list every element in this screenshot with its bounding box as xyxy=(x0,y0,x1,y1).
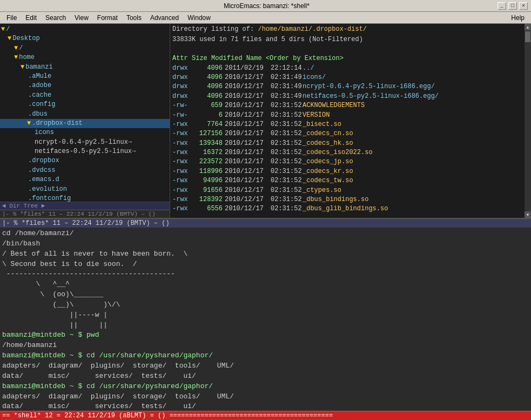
scroll-up-arrow[interactable]: ▲ xyxy=(525,24,531,30)
file-entry[interactable]: -rwx949962010/12/1702:31:52_codecs_tw.so xyxy=(172,176,522,185)
tree-indent xyxy=(1,194,27,202)
file-entry[interactable]: -rwx1271562010/12/1702:31:52_codecs_cn.s… xyxy=(172,129,522,138)
tree-item[interactable]: .emacs.d xyxy=(0,175,170,184)
tree-expand-icon[interactable]: ▼ xyxy=(14,53,18,62)
tree-item[interactable]: netifaces-0.5-py2.5-linux→ xyxy=(0,147,170,156)
shell-art-line: ---------------------------------------- xyxy=(2,269,529,279)
tree-item-name: / xyxy=(6,25,10,34)
title-bar: MicroEmacs: bamanzi: *shell* _ □ × xyxy=(0,0,531,12)
file-entry[interactable]: -rw-62010/12/1702:31:52VERSION xyxy=(172,111,522,120)
scroll-thumb[interactable] xyxy=(525,31,530,42)
menu-edit[interactable]: Edit xyxy=(21,13,41,23)
menu-window[interactable]: Window xyxy=(183,13,215,23)
menu-file[interactable]: File xyxy=(2,13,21,23)
tree-item-name: .cache xyxy=(28,91,51,100)
file-entry[interactable]: -rwx916562010/12/1702:31:52_ctypes.so xyxy=(172,186,522,195)
tree-item-name: .dbus xyxy=(28,110,48,119)
shell-output-line: data/ misc/ services/ tests/ ui/ xyxy=(2,371,529,382)
tree-item[interactable]: .fontconfig xyxy=(0,194,170,202)
file-entry[interactable]: -rwx1393482010/12/1702:31:52_codecs_hk.s… xyxy=(172,139,522,148)
tree-item-name: .fontconfig xyxy=(28,194,71,202)
tree-expand-icon[interactable]: ▼ xyxy=(27,119,31,128)
tree-item[interactable]: ▼ / xyxy=(0,44,170,53)
file-scrollbar[interactable]: ▲ ▼ xyxy=(525,24,531,218)
file-entry[interactable]: -rwx77642010/12/1702:31:52_bisect.so xyxy=(172,120,522,129)
tree-item-name: .aMule xyxy=(28,72,51,81)
shell-art-line: (__)\ )\/\ xyxy=(2,300,529,310)
tree-item[interactable]: ▼ .dropbox-dist xyxy=(0,119,170,128)
directory-tree-panel: ▼ / ▼ Desktop ▼ / ▼ home ▼ bamanzi .aMul… xyxy=(0,24,170,218)
window-controls[interactable]: _ □ × xyxy=(498,2,528,10)
file-entry[interactable]: -rwx65562010/12/1702:31:52_dbus_glib_bin… xyxy=(172,204,522,214)
tree-expand-icon[interactable]: ▼ xyxy=(8,34,11,43)
tree-indent xyxy=(1,128,33,137)
shell-art-line: || || xyxy=(2,321,529,331)
file-listing-panel: Directory listing of: /home/bamanzi/.dro… xyxy=(170,24,525,218)
tree-expand-icon[interactable]: ▼ xyxy=(14,44,18,53)
top-modeline: |- % *files* 11 – 22:24 11/2/19 (BMTV) –… xyxy=(0,218,531,228)
tree-item[interactable]: ncrypt-0.6.4-py2.5-linux→ xyxy=(0,138,170,147)
menu-bar: File Edit Search View Format Tools Advan… xyxy=(0,12,531,24)
file-entry[interactable]: drwx40962010/12/1702:31:49icons/ xyxy=(172,73,522,82)
shell-art-line: \ (oo)\_______ xyxy=(2,290,529,300)
tree-indent xyxy=(1,91,27,100)
shell-cd-line: /bin/bash xyxy=(2,239,529,249)
menu-format[interactable]: Format xyxy=(93,13,122,23)
tree-indent xyxy=(1,175,27,184)
directory-tree[interactable]: ▼ / ▼ Desktop ▼ / ▼ home ▼ bamanzi .aMul… xyxy=(0,24,170,202)
tree-indent xyxy=(1,53,14,62)
tree-mode-line: |- % *files* 11 – 22:24 11/2/19 (BMTV) –… xyxy=(0,210,170,218)
file-entry[interactable]: -rwx163722010/12/1702:31:52_codecs_iso20… xyxy=(172,148,522,157)
tree-indent xyxy=(1,100,27,109)
tree-item[interactable]: ▼ / xyxy=(0,25,170,34)
shell-output-line: adapters/ diagram/ plugins/ storage/ too… xyxy=(2,361,529,371)
tree-indent xyxy=(1,63,21,72)
tree-indent xyxy=(1,156,27,165)
tree-item[interactable]: .evolution xyxy=(0,185,170,194)
tree-item[interactable]: .config xyxy=(0,100,170,109)
file-entry[interactable]: -rwx1189962010/12/1702:31:52_codecs_kr.s… xyxy=(172,167,522,176)
tree-item-name: ncrypt-0.6.4-py2.5-linux→ xyxy=(35,138,132,147)
tree-item[interactable]: ▼ bamanzi xyxy=(0,63,170,72)
file-listing-container: Directory listing of: /home/bamanzi/.dro… xyxy=(170,24,531,218)
menu-advanced[interactable]: Advanced xyxy=(146,13,183,23)
menu-search[interactable]: Search xyxy=(41,13,70,23)
shell-prompt-line: bamanzi@mintdeb ~ $ cd /usr/share/pyshar… xyxy=(2,382,529,392)
file-entry[interactable]: drwx40962010/12/1702:31:49netifaces-0.5-… xyxy=(172,92,522,101)
content-area: ▼ / ▼ Desktop ▼ / ▼ home ▼ bamanzi .aMul… xyxy=(0,24,531,420)
file-entry[interactable]: -rw-6592010/12/1702:31:52ACKNOWLEDGEMENT… xyxy=(172,101,522,110)
file-entry[interactable]: -rwx1283922010/12/1702:31:52_dbus_bindin… xyxy=(172,195,522,204)
minimize-button[interactable]: _ xyxy=(498,2,506,10)
file-entry[interactable]: drwx40962011/02/1922:12:14../ xyxy=(172,64,522,73)
file-entry[interactable]: -rwx2235722010/12/1702:31:52_codecs_jp.s… xyxy=(172,157,522,166)
tree-item[interactable]: ▼ Desktop xyxy=(0,34,170,43)
tree-item-name: .dvdcss xyxy=(28,166,55,175)
tree-item[interactable]: ▼ home xyxy=(0,53,170,62)
shell-art-line: ||----w | xyxy=(2,310,529,321)
maximize-button[interactable]: □ xyxy=(508,2,517,10)
tree-expand-icon[interactable]: ▼ xyxy=(1,25,5,34)
tree-item[interactable]: .dvdcss xyxy=(0,166,170,175)
tree-indent xyxy=(1,147,33,156)
modeline-text: |- % *files* 11 – 22:24 11/2/19 (BMTV) –… xyxy=(2,219,170,227)
scroll-down-arrow[interactable]: ▼ xyxy=(525,211,531,218)
file-list[interactable]: Directory listing of: /home/bamanzi/.dro… xyxy=(170,24,525,218)
shell-panel: cd /home/bamanzi//bin/bash/ Best of all … xyxy=(0,228,531,420)
menu-help[interactable]: Help xyxy=(507,13,529,23)
dir-used-info: 33833K used in 71 files and 5 dirs (Not-… xyxy=(172,35,522,44)
shell-output-line: /home/bamanzi xyxy=(2,341,529,351)
tree-item[interactable]: .dbus xyxy=(0,110,170,119)
shell-output[interactable]: cd /home/bamanzi//bin/bash/ Best of all … xyxy=(0,228,531,411)
tree-item[interactable]: .cache xyxy=(0,91,170,100)
tree-indent xyxy=(1,81,27,90)
tree-item[interactable]: .dropbox xyxy=(0,156,170,165)
tree-expand-icon[interactable]: ▼ xyxy=(21,63,24,72)
tree-status-bar: ◄ Dir Tree ► xyxy=(0,202,170,210)
menu-tools[interactable]: Tools xyxy=(122,13,146,23)
tree-item[interactable]: .adobe xyxy=(0,81,170,90)
close-button[interactable]: × xyxy=(519,2,528,10)
tree-item[interactable]: icons xyxy=(0,128,170,137)
tree-item[interactable]: .aMule xyxy=(0,72,170,81)
menu-view[interactable]: View xyxy=(70,13,93,23)
file-entry[interactable]: drwx40962010/12/1702:31:49ncrypt-0.6.4-p… xyxy=(172,82,522,91)
